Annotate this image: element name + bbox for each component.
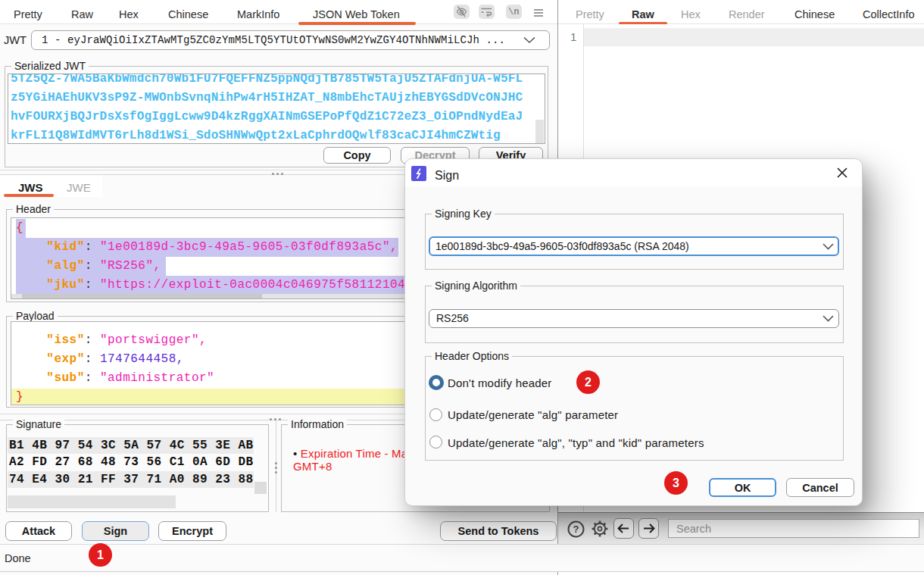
svg-text:?: ? bbox=[573, 523, 579, 535]
